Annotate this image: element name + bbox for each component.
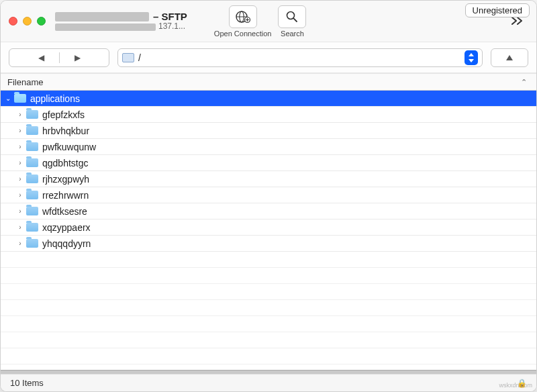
folder-name: yhqqqdyyrn	[42, 238, 91, 249]
titlebar: – SFTP 137.1... Open Connection	[1, 1, 536, 42]
folder-row[interactable]: › qgdbhtstgc	[1, 155, 536, 171]
zoom-button[interactable]	[37, 17, 46, 26]
empty-row	[1, 332, 536, 348]
triangle-up-icon	[505, 54, 514, 61]
folder-name: xqzyppaerx	[42, 222, 91, 233]
title-area: – SFTP 137.1...	[55, 11, 187, 32]
nav-forward-button[interactable]: ▶	[75, 53, 81, 62]
column-header[interactable]: Filename ⌃	[1, 73, 536, 91]
empty-row	[1, 252, 536, 268]
open-connection-label: Open Connection	[214, 30, 272, 38]
empty-row	[1, 268, 536, 284]
folder-icon	[26, 110, 38, 119]
chevron-double-right-icon	[511, 16, 524, 26]
folder-icon	[26, 239, 38, 248]
folder-icon	[26, 175, 38, 183]
disclosure-collapsed-icon[interactable]: ›	[15, 191, 25, 199]
search-label: Search	[281, 30, 304, 38]
minimize-button[interactable]	[23, 17, 32, 26]
folder-icon	[26, 126, 38, 135]
folder-icon	[26, 223, 38, 232]
file-list[interactable]: ⌄ applications › gfepfzkxfs › hrbvhqkbur…	[1, 91, 536, 370]
disclosure-collapsed-icon[interactable]: ›	[15, 175, 25, 183]
folder-name: wfdtksesre	[42, 206, 87, 217]
disclosure-collapsed-icon[interactable]: ›	[15, 143, 25, 150]
folder-name: hrbvhqkbur	[42, 126, 89, 136]
svg-marker-8	[506, 55, 513, 60]
folder-icon	[26, 142, 38, 151]
open-connection-button[interactable]	[229, 5, 257, 28]
disclosure-collapsed-icon[interactable]: ›	[15, 159, 25, 166]
folder-row[interactable]: › rjhzxgpwyh	[1, 171, 536, 187]
folder-name: rrezhrwwrn	[42, 190, 89, 201]
unregistered-badge[interactable]: Unregistered	[465, 3, 530, 17]
folder-row-applications[interactable]: ⌄ applications	[1, 91, 536, 107]
app-window: – SFTP 137.1... Open Connection	[0, 0, 537, 392]
folder-icon	[26, 191, 38, 199]
item-count-label: 10 Items	[10, 378, 44, 388]
window-controls	[9, 17, 46, 26]
folder-name: applications	[30, 93, 80, 104]
folder-row[interactable]: › pwfkuwqunw	[1, 139, 536, 155]
folder-icon	[14, 94, 26, 103]
search-button[interactable]	[278, 5, 306, 28]
search-group: Search	[278, 5, 306, 38]
volume-icon	[122, 53, 134, 62]
path-toolbar: ◀ ▶ /	[1, 42, 536, 73]
open-connection-group: Open Connection	[214, 5, 272, 38]
folder-row[interactable]: › yhqqqdyyrn	[1, 236, 536, 252]
path-stepper[interactable]	[465, 50, 478, 65]
folder-row[interactable]: › wfdtksesre	[1, 203, 536, 219]
redacted-title	[55, 12, 149, 21]
folder-row[interactable]: › gfepfzkxfs	[1, 107, 536, 123]
status-bar: 10 Items 🔒	[1, 374, 536, 391]
disclosure-expanded-icon[interactable]: ⌄	[3, 95, 13, 102]
column-filename-label: Filename	[7, 77, 43, 87]
globe-plus-icon	[235, 9, 251, 24]
folder-icon	[26, 158, 38, 167]
empty-row	[1, 348, 536, 364]
folder-row[interactable]: › hrbvhqkbur	[1, 123, 536, 139]
path-text: /	[138, 52, 460, 63]
disclosure-collapsed-icon[interactable]: ›	[15, 207, 25, 215]
folder-name: gfepfzkxfs	[42, 109, 85, 120]
search-icon	[285, 10, 299, 23]
nav-back-forward: ◀ ▶	[9, 48, 109, 67]
empty-row	[1, 316, 536, 332]
folder-row[interactable]: › rrezhrwwrn	[1, 187, 536, 203]
watermark: wskxdn.com	[499, 382, 532, 389]
disclosure-collapsed-icon[interactable]: ›	[15, 240, 25, 247]
folder-row[interactable]: › xqzyppaerx	[1, 219, 536, 236]
folder-name: pwfkuwqunw	[42, 142, 96, 152]
folder-name: qgdbhtstgc	[42, 158, 89, 168]
empty-row	[1, 300, 536, 316]
disclosure-collapsed-icon[interactable]: ›	[15, 111, 25, 118]
disclosure-collapsed-icon[interactable]: ›	[15, 127, 25, 134]
redacted-subtitle	[55, 23, 156, 31]
subtitle-suffix: 137.1...	[158, 22, 185, 32]
svg-line-7	[294, 18, 297, 21]
nav-back-button[interactable]: ◀	[38, 53, 44, 62]
folder-icon	[26, 207, 38, 215]
close-button[interactable]	[9, 17, 17, 26]
folder-name: rjhzxgpwyh	[42, 174, 89, 185]
disclosure-collapsed-icon[interactable]: ›	[15, 224, 25, 231]
go-up-button[interactable]	[491, 48, 528, 67]
empty-row	[1, 284, 536, 300]
title-suffix: – SFTP	[153, 11, 187, 22]
sort-indicator-icon: ⌃	[521, 78, 530, 87]
nav-divider	[59, 52, 60, 63]
path-field[interactable]: /	[117, 48, 483, 67]
